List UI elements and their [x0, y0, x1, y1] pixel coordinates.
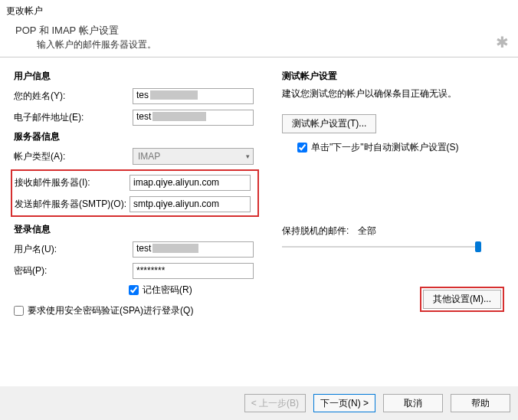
input-username[interactable]: test — [133, 241, 254, 258]
section-test-settings: 测试帐户设置 — [282, 70, 504, 83]
label-email: 电子邮件地址(E): — [14, 111, 133, 124]
value-offline-mail: 全部 — [358, 225, 376, 238]
checkbox-auto-test[interactable] — [297, 143, 307, 153]
highlight-more-settings: 其他设置(M)... — [420, 287, 504, 312]
next-button[interactable]: 下一页(N) > — [313, 394, 375, 412]
label-offline-mail: 保持脱机的邮件: — [282, 225, 349, 238]
slider-thumb[interactable] — [475, 241, 481, 252]
label-account-type: 帐户类型(A): — [14, 150, 133, 163]
select-account-type-value: IMAP — [138, 151, 160, 162]
input-name-text: tes — [136, 90, 149, 100]
input-outgoing-server[interactable] — [130, 196, 251, 212]
section-login-info: 登录信息 — [14, 223, 259, 236]
checkbox-spa[interactable] — [14, 306, 24, 316]
offline-slider[interactable] — [282, 239, 481, 254]
dialog-footer: < 上一步(B) 下一页(N) > 取消 帮助 — [0, 386, 518, 420]
input-incoming-server[interactable] — [130, 175, 251, 191]
input-password[interactable] — [133, 263, 254, 279]
more-settings-button[interactable]: 其他设置(M)... — [423, 290, 501, 309]
input-username-text: test — [136, 243, 151, 254]
test-settings-button[interactable]: 测试帐户设置(T)... — [282, 114, 376, 133]
input-name[interactable]: tes — [133, 88, 254, 104]
label-auto-test: 单击"下一步"时自动测试帐户设置(S) — [311, 141, 459, 154]
label-remember-password: 记住密码(R) — [143, 284, 192, 297]
dialog-header: POP 和 IMAP 帐户设置 输入帐户的邮件服务器设置。 ✱ — [0, 21, 518, 57]
label-spa: 要求使用安全密码验证(SPA)进行登录(Q) — [28, 304, 193, 317]
checkbox-remember-password[interactable] — [129, 285, 139, 295]
chevron-down-icon: ▾ — [246, 153, 250, 160]
cancel-button[interactable]: 取消 — [383, 394, 443, 412]
label-username: 用户名(U): — [14, 243, 133, 256]
select-account-type: IMAP ▾ — [133, 148, 254, 165]
help-button[interactable]: 帮助 — [451, 394, 510, 412]
label-incoming-server: 接收邮件服务器(I): — [15, 176, 130, 189]
input-email[interactable]: test — [133, 110, 254, 126]
back-button: < 上一步(B) — [244, 394, 306, 412]
label-password: 密码(P): — [14, 264, 133, 277]
cursor-star-icon: ✱ — [496, 33, 509, 51]
section-server-info: 服务器信息 — [14, 130, 259, 143]
label-outgoing-server: 发送邮件服务器(SMTP)(O): — [15, 198, 130, 211]
window-title: 更改帐户 — [0, 0, 518, 21]
section-user-info: 用户信息 — [14, 70, 259, 83]
highlight-server-fields: 接收邮件服务器(I): 发送邮件服务器(SMTP)(O): — [11, 169, 259, 217]
header-subtitle: 输入帐户的邮件服务器设置。 — [15, 39, 503, 51]
label-name: 您的姓名(Y): — [14, 90, 133, 103]
header-title: POP 和 IMAP 帐户设置 — [15, 24, 503, 38]
test-advice-text: 建议您测试您的帐户以确保条目正确无误。 — [282, 87, 504, 100]
input-email-text: test — [136, 111, 151, 122]
